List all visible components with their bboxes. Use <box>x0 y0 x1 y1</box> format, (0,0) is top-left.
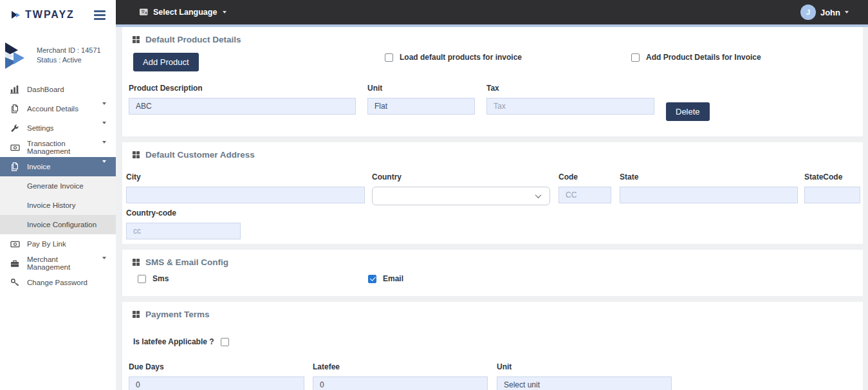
section-title: Payment Terms <box>145 310 210 319</box>
countrycode-label: Country-code <box>126 209 241 218</box>
payment-unit-value: Select unit <box>504 380 540 389</box>
add-product-button[interactable]: Add Product <box>133 53 199 71</box>
sidebar-item-account-details[interactable]: Account Details <box>0 99 116 118</box>
section-title: Default Product Details <box>145 35 241 44</box>
submenu-item-generate-invoice[interactable]: Generate Invoice <box>0 176 116 196</box>
merchant-id: Merchant ID : 14571 <box>37 46 101 55</box>
user-name: John <box>820 8 840 17</box>
product-description-input[interactable] <box>129 98 356 115</box>
email-checkbox[interactable] <box>368 275 376 283</box>
add-product-details-label: Add Product Details for Invoice <box>646 53 761 62</box>
default-customer-address-card: Default Customer Address City Country Co… <box>122 142 863 244</box>
bar-chart-icon <box>10 85 21 94</box>
unit-label: Unit <box>367 84 475 93</box>
merchant-status: Status : Active <box>37 55 101 65</box>
due-days-input[interactable] <box>129 376 304 390</box>
brand-name: TWPAYZ <box>25 9 75 21</box>
grid-icon <box>133 36 140 43</box>
sidebar: TWPAYZ Merchant ID : 14571 Status : Acti… <box>0 0 116 390</box>
sidebar-item-change-password[interactable]: Change Password <box>0 273 116 292</box>
sidebar-item-label: Settings <box>27 124 54 132</box>
language-label: Select Language <box>153 8 217 17</box>
brand-play-icon <box>10 9 22 21</box>
submenu-item-label: Invoice Configuration <box>27 221 97 228</box>
chevron-down-icon <box>102 163 106 171</box>
code-label: Code <box>559 172 611 181</box>
submenu-item-label: Invoice History <box>27 201 75 209</box>
email-label: Email <box>383 274 403 283</box>
load-default-products-checkbox[interactable] <box>385 53 393 62</box>
sidebar-item-label: Pay By Link <box>27 240 66 248</box>
chevron-down-icon <box>223 11 226 14</box>
city-input[interactable] <box>126 187 365 203</box>
chevron-down-icon <box>102 144 106 151</box>
submenu-item-invoice-configuration[interactable]: Invoice Configuration <box>0 215 116 234</box>
chevron-down-icon <box>535 192 542 198</box>
sms-email-config-card: SMS & Email Config Sms Email <box>122 250 863 296</box>
invoice-submenu: Generate Invoice Invoice History Invoice… <box>0 176 116 234</box>
delete-button[interactable]: Delete <box>666 102 710 121</box>
state-label: State <box>620 172 798 181</box>
countrycode-input[interactable] <box>126 223 241 239</box>
tax-label: Tax <box>486 84 654 93</box>
document-copy-icon <box>10 104 21 113</box>
add-product-details-checkbox[interactable] <box>631 53 640 62</box>
user-avatar: J <box>800 5 816 20</box>
brand-logo[interactable]: TWPAYZ <box>10 9 93 21</box>
latefee-label: Latefee <box>313 362 488 371</box>
sidebar-item-label: Change Password <box>27 279 88 286</box>
sidebar-item-invoice[interactable]: Invoice <box>0 157 116 176</box>
merchant-logo <box>3 40 31 71</box>
sidebar-item-transaction-management[interactable]: Transaction Management <box>0 138 116 157</box>
chevron-down-icon <box>102 105 106 113</box>
sidebar-item-pay-by-link[interactable]: Pay By Link <box>0 234 116 254</box>
payment-unit-label: Unit <box>497 362 672 371</box>
statecode-input[interactable] <box>804 187 860 203</box>
user-menu[interactable]: J John <box>800 5 849 20</box>
load-default-products-label: Load default products for invoice <box>400 53 522 62</box>
briefcase-icon <box>10 259 21 268</box>
sidebar-header: TWPAYZ <box>0 0 116 30</box>
invoice-file-icon <box>10 162 21 171</box>
chevron-down-icon <box>845 11 849 14</box>
sidebar-nav: DashBoard Account Details Settings Trans… <box>0 80 116 292</box>
key-icon <box>10 278 21 287</box>
section-title: Default Customer Address <box>145 150 255 160</box>
grid-icon <box>133 311 140 318</box>
language-selector[interactable]: Select Language <box>139 8 226 17</box>
sidebar-item-label: DashBoard <box>27 86 64 93</box>
latefee-applicable-checkbox[interactable] <box>221 338 229 346</box>
payment-unit-select[interactable]: Select unit <box>497 376 672 390</box>
accent-strip <box>116 24 868 27</box>
due-days-label: Due Days <box>129 362 304 371</box>
payment-terms-card: Payment Terms Is latefee Applicable ? Du… <box>122 302 863 390</box>
merchant-info: Merchant ID : 14571 Status : Active <box>0 30 116 76</box>
sidebar-item-label: Merchant Management <box>27 255 102 271</box>
sidebar-item-label: Transaction Management <box>27 140 102 155</box>
sms-checkbox[interactable] <box>138 275 146 283</box>
hamburger-menu-icon[interactable] <box>93 9 107 21</box>
product-description-label: Product Description <box>129 84 356 93</box>
latefee-input[interactable] <box>313 376 488 390</box>
banknote-icon <box>10 240 21 248</box>
sidebar-item-dashboard[interactable]: DashBoard <box>0 80 116 99</box>
section-title: SMS & Email Config <box>145 257 228 267</box>
banknote-icon <box>10 144 21 152</box>
latefee-applicable-label: Is latefee Applicable ? <box>133 337 214 346</box>
sidebar-item-settings[interactable]: Settings <box>0 118 116 138</box>
main-content: Default Product Details Add Product Load… <box>116 27 868 390</box>
state-input[interactable] <box>620 187 798 203</box>
sidebar-item-label: Account Details <box>27 105 78 113</box>
grid-icon <box>133 151 140 158</box>
submenu-item-label: Generate Invoice <box>27 182 84 190</box>
sidebar-item-merchant-management[interactable]: Merchant Management <box>0 254 116 273</box>
unit-input[interactable] <box>367 98 475 115</box>
submenu-item-invoice-history[interactable]: Invoice History <box>0 196 116 215</box>
grid-icon <box>133 259 140 266</box>
tax-input[interactable] <box>486 98 654 115</box>
code-input[interactable] <box>559 187 611 203</box>
country-select[interactable] <box>372 187 550 205</box>
default-product-details-card: Default Product Details Add Product Load… <box>122 27 863 136</box>
sms-label: Sms <box>152 274 169 283</box>
chevron-down-icon <box>102 124 106 132</box>
